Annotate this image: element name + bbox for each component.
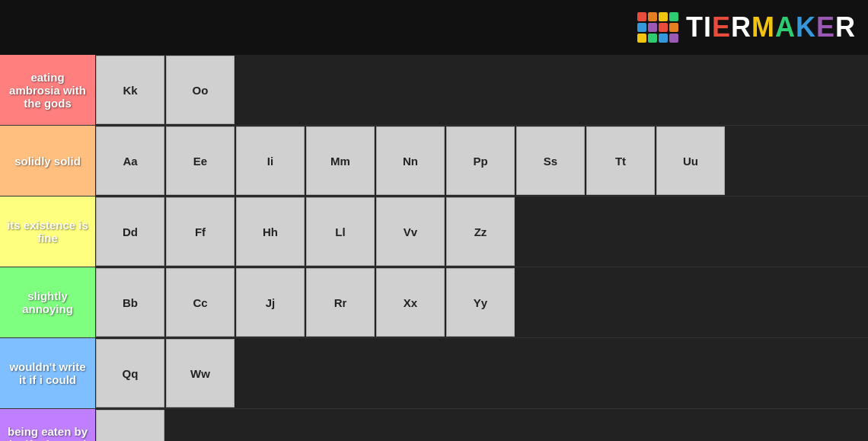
tier-item[interactable]: Jj [236, 268, 305, 337]
tier-row: its existence is fineDdFfHhLlVvZz [0, 197, 868, 267]
tier-item[interactable]: Oo [166, 56, 235, 124]
tiers-area: eating ambrosia with the godsKkOosolidly… [0, 55, 868, 441]
tier-items: QqWw [95, 338, 868, 408]
tier-item[interactable]: Ff [166, 197, 235, 266]
tier-item[interactable]: Uu [656, 126, 725, 195]
logo-grid-cell [637, 12, 646, 21]
logo-grid-cell [637, 23, 646, 32]
tier-item[interactable]: Ss [516, 126, 585, 195]
tier-item[interactable]: Hh [236, 197, 305, 266]
tier-row: slightly annoyingBbCcJjRrXxYy [0, 267, 868, 338]
tier-empty-space [515, 267, 868, 337]
header: TiERMAKER [0, 0, 868, 55]
logo-grid-cell [648, 12, 657, 21]
tier-item[interactable]: Nn [376, 126, 445, 195]
logo-grid-cell [637, 34, 646, 43]
tier-empty-space [235, 55, 868, 125]
tier-row: solidly solidAaEeIiMmNnPpSsTtUu [0, 126, 868, 197]
tier-label: being eaten by lucifer instead of cassiu… [0, 409, 95, 441]
tier-items: DdFfHhLlVvZz [95, 197, 868, 267]
logo-grid-cell [648, 34, 657, 43]
tier-label: solidly solid [0, 126, 95, 196]
tier-item[interactable]: Rr [306, 268, 375, 337]
tier-row: eating ambrosia with the godsKkOo [0, 55, 868, 126]
logo: TiERMAKER [637, 11, 856, 43]
tier-label: slightly annoying [0, 267, 95, 337]
tier-item[interactable]: Pp [446, 126, 515, 195]
tier-items: AaEeIiMmNnPpSsTtUu [95, 126, 868, 196]
tier-row: wouldn't write it if i couldQqWw [0, 338, 868, 409]
tier-item[interactable]: Ii [236, 126, 305, 195]
logo-grid-cell [669, 12, 678, 21]
logo-grid-cell [669, 23, 678, 32]
tier-label: its existence is fine [0, 197, 95, 267]
tier-empty-space [726, 126, 868, 196]
tier-item[interactable]: Zz [446, 197, 515, 266]
logo-grid-cell [659, 23, 668, 32]
tier-empty-space [515, 197, 868, 267]
tier-item[interactable]: Aa [96, 126, 164, 195]
tier-item[interactable]: Ll [306, 197, 375, 266]
logo-grid-cell [648, 23, 657, 32]
tier-label: eating ambrosia with the gods [0, 55, 95, 125]
tier-item[interactable]: Kk [96, 56, 164, 124]
tier-empty-space [235, 338, 868, 408]
tier-row: being eaten by lucifer instead of cassiu… [0, 409, 868, 441]
logo-text: TiERMAKER [686, 11, 856, 43]
tier-empty-space [165, 409, 868, 441]
tier-item[interactable]: Tt [586, 126, 655, 195]
tier-items: BbCcJjRrXxYy [95, 267, 868, 337]
logo-grid-cell [659, 34, 668, 43]
tier-item[interactable]: Ww [166, 339, 235, 407]
logo-grid-cell [669, 34, 678, 43]
tier-items: Gg [95, 409, 868, 441]
tier-item[interactable]: Bb [96, 268, 164, 337]
logo-grid-cell [659, 12, 668, 21]
tier-item[interactable]: Ee [166, 126, 235, 195]
tier-label: wouldn't write it if i could [0, 338, 95, 408]
tiermaker-container: TiERMAKER eating ambrosia with the godsK… [0, 0, 868, 441]
tier-item[interactable]: Mm [306, 126, 375, 195]
tier-item[interactable]: Yy [446, 268, 515, 337]
tier-items: KkOo [95, 55, 868, 125]
logo-grid-icon [637, 12, 678, 43]
tier-item[interactable]: Vv [376, 197, 445, 266]
tier-item[interactable]: Gg [96, 410, 164, 441]
tier-item[interactable]: Cc [166, 268, 235, 337]
tier-item[interactable]: Xx [376, 268, 445, 337]
tier-item[interactable]: Dd [96, 197, 164, 266]
tier-item[interactable]: Qq [96, 339, 164, 407]
